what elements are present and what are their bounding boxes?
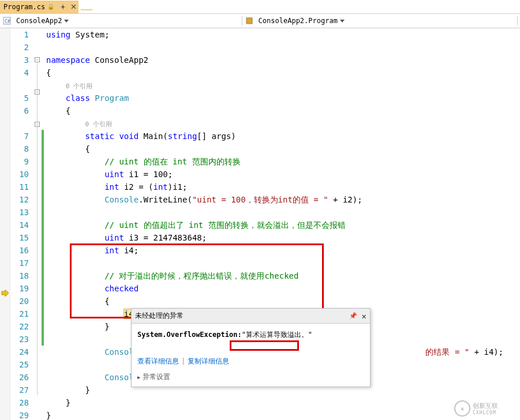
line-number: 19 [10,282,29,295]
line-number: 25 [10,358,29,371]
tab-filename: Program.cs [3,3,45,11]
line-number: 23 [10,333,29,346]
code-lens[interactable]: 0 个引用 [66,82,92,90]
class-icon [245,16,254,25]
line-number: 8 [10,142,29,155]
expand-icon[interactable] [137,373,143,381]
line-number: 27 [10,384,29,396]
exception-popup: 未经处理的异常 📌 ✕ System.OverflowException:"算术… [131,308,371,387]
line-number: 18 [10,269,29,282]
line-number: 16 [10,244,29,257]
line-number: 2 [10,41,29,54]
line-number: 17 [10,257,29,269]
exception-type: System.OverflowException: [137,331,242,339]
line-number: 26 [10,371,29,384]
lock-icon: 🔒 [47,3,54,10]
line-number: 5 [10,92,29,104]
code-lens[interactable]: 0 个引用 [85,121,111,128]
popup-header: 未经处理的异常 📌 ✕ [132,309,370,324]
line-number: 1 [10,28,29,41]
popup-links: 查看详细信息|复制详细信息 [132,354,370,371]
line-number: 9 [10,155,29,168]
view-details-link[interactable]: 查看详细信息 [137,357,179,365]
line-number: 14 [10,219,29,231]
svg-text:C#: C# [5,19,10,24]
copy-details-link[interactable]: 复制详细信息 [188,357,229,365]
line-number: 13 [10,206,29,219]
line-number: 4 [10,66,29,79]
popup-title: 未经处理的异常 [135,311,349,321]
line-number: 15 [10,231,29,244]
fold-gutter[interactable]: - - - [33,28,42,420]
divider [242,16,242,25]
breakpoint-gutter[interactable] [0,28,10,420]
class-dropdown[interactable]: ConsoleApp2.Program [256,17,347,25]
line-number: 28 [10,396,29,409]
csharp-file-icon: C# [2,16,12,25]
line-numbers: 1 2 3 4 5 6 7 8 9 10 11 12 13 14 15 16 1… [10,28,33,420]
pin-icon[interactable] [58,1,68,13]
file-tab[interactable]: Program.cs 🔒 [0,1,58,13]
line-number: 11 [10,181,29,193]
close-icon[interactable] [68,1,78,13]
watermark: ✕ 创新互联 CXHLCOM [454,399,518,418]
line-number: 24 [10,346,29,358]
fold-toggle[interactable]: - [35,57,40,62]
line-number: 22 [10,320,29,333]
close-icon[interactable]: ✕ [362,312,366,321]
exception-message: "算术运算导致溢出。" [242,331,312,339]
namespace-dropdown[interactable]: ConsoleApp2 [14,17,71,25]
line-number: 6 [10,104,29,117]
tab-bar: Program.cs 🔒 [0,0,520,14]
popup-footer[interactable]: 异常设置 [132,371,370,387]
line-number: 29 [10,409,29,420]
nav-bar: C# ConsoleApp2 ConsoleApp2.Program [0,14,520,28]
tab-overflow[interactable] [81,3,92,10]
line-number: 12 [10,193,29,206]
divider [517,16,518,25]
watermark-icon: ✕ [454,400,470,417]
current-line-arrow [1,289,9,296]
svg-rect-2 [246,18,252,24]
line-number: 21 [10,308,29,320]
popup-body: System.OverflowException:"算术运算导致溢出。" [132,324,370,344]
line-number: 7 [10,130,29,142]
pin-icon[interactable]: 📌 [349,312,357,320]
line-number: 3 [10,54,29,66]
line-number: 20 [10,295,29,308]
line-number: 10 [10,168,29,181]
